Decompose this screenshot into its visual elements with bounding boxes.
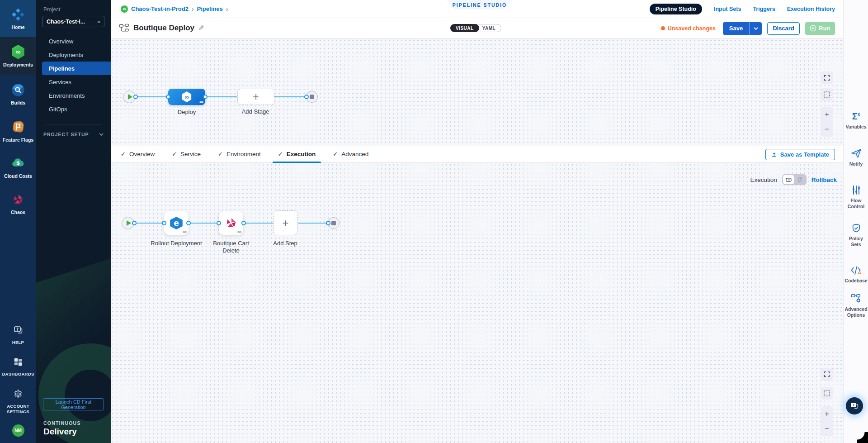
breadcrumb-separator: › <box>226 5 228 13</box>
sidebar-item-feature-flags[interactable]: Feature Flags <box>0 113 36 149</box>
add-stage-label: Add Stage <box>228 108 283 115</box>
sidebar-item-home[interactable]: Home <box>0 0 36 37</box>
deployments-icon: ∞ <box>11 45 25 59</box>
add-step-node[interactable]: + <box>273 210 298 235</box>
menu-item-pipelines[interactable]: Pipelines <box>42 62 111 75</box>
stage-canvas[interactable]: ∞ </> Deploy + Add Stage + − <box>111 38 843 146</box>
sidebar-item-cloud-costs[interactable]: $ Cloud Costs <box>0 149 36 186</box>
rail-item-policy-sets[interactable]: Policy Sets <box>844 223 868 247</box>
project-menu: Overview Deployments Pipelines Services … <box>36 34 111 116</box>
module-kicker: CONTINUOUS <box>43 420 111 426</box>
marquee-select-button[interactable] <box>821 88 833 101</box>
connector-port[interactable] <box>166 95 170 99</box>
sidebar-item-label: Chaos <box>11 210 25 215</box>
menu-item-deployments[interactable]: Deployments <box>36 48 111 62</box>
fullscreen-button[interactable] <box>821 71 833 84</box>
sidebar-item-builds[interactable]: Builds <box>0 75 36 113</box>
connector-port[interactable] <box>203 95 208 99</box>
visual-toggle-option[interactable]: VISUAL <box>450 24 479 32</box>
step-label: Boutique Cart Delete <box>204 240 258 254</box>
fullscreen-button[interactable] <box>821 368 833 381</box>
discard-button[interactable]: Discard <box>767 22 800 35</box>
breadcrumb-pipelines-link[interactable]: Pipelines <box>197 5 223 12</box>
step-node-boutique-cart-delete[interactable]: </> <box>219 211 243 235</box>
tab-triggers[interactable]: Triggers <box>753 6 775 12</box>
step-node-rollout-deployment[interactable]: e </> <box>164 211 189 235</box>
chaos-step-icon <box>225 217 237 229</box>
save-split-button: Save <box>723 22 762 35</box>
sidebar-item-help[interactable]: ? HELP <box>0 323 36 345</box>
zoom-in-button[interactable]: + <box>821 107 833 122</box>
sidebar-item-chaos[interactable]: Chaos <box>0 186 36 222</box>
marquee-select-button[interactable] <box>821 387 833 400</box>
connector-port[interactable] <box>217 221 221 225</box>
menu-item-overview[interactable]: Overview <box>36 34 111 48</box>
module-name: Delivery <box>43 427 111 437</box>
tab-overview[interactable]: ✓Overview <box>121 146 155 163</box>
connector-port[interactable] <box>133 95 138 99</box>
stage-node-deploy[interactable]: ∞ </> <box>168 89 205 105</box>
user-avatar[interactable]: NM <box>12 424 24 437</box>
pipeline-title-bar: Boutique Deploy ✎ VISUAL YAML Unsaved ch… <box>111 18 843 38</box>
connector-port[interactable] <box>304 95 309 99</box>
run-button[interactable]: Run <box>805 22 835 35</box>
sidebar-item-dashboards[interactable]: DASHBOARDS <box>0 355 36 377</box>
connector-port[interactable] <box>326 221 330 225</box>
edit-pencil-icon[interactable]: ✎ <box>198 24 204 32</box>
module-footer: CONTINUOUS Delivery <box>43 420 111 437</box>
project-setup-toggle[interactable]: PROJECT SETUP <box>43 132 104 137</box>
execution-canvas[interactable]: Execution Rollback e <box>111 163 843 443</box>
sidebar-item-deployments[interactable]: ∞ Deployments <box>0 37 36 75</box>
menu-item-services[interactable]: Services <box>36 75 111 89</box>
execution-mode-option[interactable] <box>783 175 794 184</box>
rail-item-notify[interactable]: Notify <box>844 148 868 167</box>
tab-input-sets[interactable]: Input Sets <box>714 6 741 12</box>
project-selector[interactable]: Chaos-Test-i... » <box>42 16 104 27</box>
connector-port[interactable] <box>132 221 137 225</box>
breadcrumb: ∞ Chaos-Test-in-Prod2 › Pipelines › <box>121 5 228 13</box>
rail-item-advanced-options[interactable]: Advanced Options <box>844 293 868 318</box>
rail-item-variables[interactable]: Σx Variables <box>844 111 868 130</box>
rollback-link[interactable]: Rollback <box>811 176 837 183</box>
connector-port[interactable] <box>241 221 246 225</box>
zoom-out-button[interactable]: − <box>821 122 833 137</box>
sidebar-item-label: DASHBOARDS <box>2 372 34 377</box>
svg-text:?: ? <box>853 404 854 407</box>
menu-item-gitops[interactable]: GitOps <box>36 102 111 116</box>
flow-control-icon <box>852 185 861 195</box>
save-options-caret[interactable] <box>749 22 762 35</box>
add-step-label: Add Step <box>258 240 312 247</box>
sidebar-item-label: Cloud Costs <box>4 173 32 179</box>
save-button[interactable]: Save <box>723 22 749 35</box>
tab-pipeline-studio[interactable]: Pipeline Studio <box>650 4 702 14</box>
visual-yaml-toggle[interactable]: VISUAL YAML <box>450 24 501 32</box>
launch-cd-first-gen-button[interactable]: Launch CD First Generation <box>43 398 104 410</box>
unsaved-changes-status: Unsaved changes <box>661 25 716 32</box>
help-chat-fab[interactable]: ? <box>846 397 863 414</box>
execution-mode-row: Execution Rollback <box>750 174 837 185</box>
menu-divider <box>46 124 101 124</box>
main-content: ∞ Chaos-Test-in-Prod2 › Pipelines › PIPE… <box>111 0 843 443</box>
tab-advanced[interactable]: ✓Advanced <box>333 146 368 163</box>
sidebar-item-account-settings[interactable]: ACCOUNT SETTINGS <box>0 387 36 414</box>
tab-execution[interactable]: ✓Execution <box>278 146 316 163</box>
menu-item-environments[interactable]: Environments <box>36 89 111 102</box>
svg-text:?: ? <box>16 327 19 332</box>
tab-service[interactable]: ✓Service <box>172 146 201 163</box>
tab-execution-history[interactable]: Execution History <box>787 6 835 12</box>
rail-item-codebase[interactable]: Codebase <box>844 265 868 284</box>
save-as-template-button[interactable]: Save as Template <box>765 149 835 160</box>
tab-environment[interactable]: ✓Environment <box>218 146 261 163</box>
execution-rollback-toggle[interactable] <box>782 174 807 185</box>
breadcrumb-project-link[interactable]: Chaos-Test-in-Prod2 <box>131 5 189 12</box>
rollback-icon <box>797 177 802 182</box>
zoom-in-button[interactable]: + <box>821 406 833 421</box>
rail-item-flow-control[interactable]: Flow Control <box>844 185 868 209</box>
connector-port[interactable] <box>162 221 166 225</box>
add-stage-node[interactable]: + <box>237 89 274 105</box>
zoom-out-button[interactable]: − <box>821 421 833 436</box>
rollback-mode-option[interactable] <box>794 175 806 184</box>
connector-port[interactable] <box>186 221 191 225</box>
plus-icon: + <box>282 217 288 229</box>
sidebar-item-label: ACCOUNT SETTINGS <box>3 404 33 414</box>
